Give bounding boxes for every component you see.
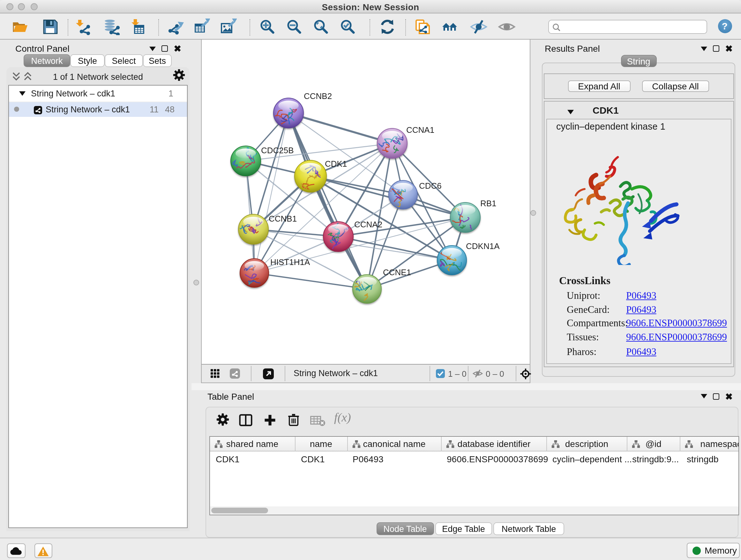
svg-text:CCNA2: CCNA2 [354,220,382,229]
svg-text:CDC6: CDC6 [419,181,442,191]
svg-text:CDC25B: CDC25B [261,145,294,155]
svg-text:CDK1: CDK1 [325,159,347,169]
svg-text:CCNA1: CCNA1 [406,125,434,135]
svg-text:CCNB1: CCNB1 [269,214,297,224]
svg-text:RB1: RB1 [480,199,496,208]
svg-text:CCNB2: CCNB2 [304,91,332,101]
svg-text:HIST1H1A: HIST1H1A [270,257,310,267]
svg-text:CDKN1A: CDKN1A [466,241,500,251]
svg-text:CCNE1: CCNE1 [383,267,411,277]
